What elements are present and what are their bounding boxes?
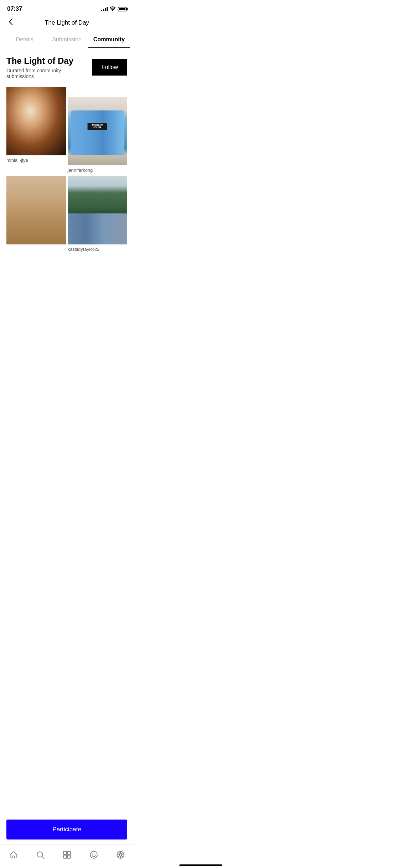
list-item[interactable]: mihlali-jiya (6, 87, 66, 175)
status-icons (101, 6, 127, 12)
list-item[interactable]: kassidytaylor22 (68, 176, 128, 253)
wifi-icon (110, 6, 115, 12)
photo-image-1[interactable] (6, 87, 66, 156)
list-item[interactable]: jenniferkong (68, 97, 128, 175)
photo-image-3[interactable] (6, 176, 66, 244)
tabs: Details Submission Community (0, 31, 134, 48)
signal-icon (101, 7, 108, 11)
photo-username-3 (6, 247, 66, 248)
battery-icon (118, 7, 127, 11)
header-title: The Light of Day (45, 19, 89, 26)
list-item[interactable] (6, 176, 66, 253)
status-bar: 07:37 (0, 0, 134, 16)
svg-point-0 (112, 10, 113, 11)
photo-username-2: jenniferkong (68, 167, 128, 174)
status-time: 07:37 (7, 5, 22, 12)
photo-image-4[interactable] (68, 176, 128, 244)
tab-community[interactable]: Community (88, 31, 130, 48)
follow-button[interactable]: Follow (92, 59, 127, 76)
tab-details[interactable]: Details (4, 31, 46, 48)
photo-image-2[interactable] (68, 97, 128, 166)
tab-submission[interactable]: Submission (46, 31, 88, 48)
community-title-block: The Light of Day Curated from community … (6, 56, 87, 79)
community-title: The Light of Day (6, 56, 87, 66)
photo-username-4: kassidytaylor22 (68, 247, 128, 253)
back-button[interactable] (7, 17, 14, 29)
photo-username-1: mihlali-jiya (6, 157, 66, 164)
community-subtitle: Curated from community submissions (6, 68, 87, 79)
header: The Light of Day (0, 16, 134, 31)
photo-grid: mihlali-jiya jenniferkong kassidytaylor2… (0, 81, 134, 253)
community-header: The Light of Day Curated from community … (0, 48, 134, 81)
